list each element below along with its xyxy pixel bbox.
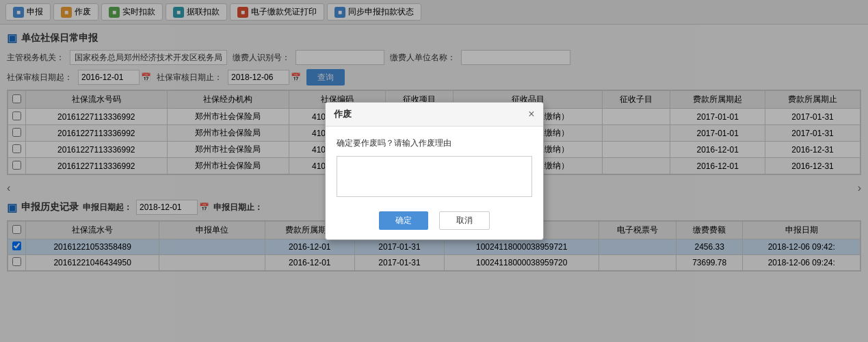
- modal-header: 作废 ×: [326, 103, 543, 127]
- modal-close-button[interactable]: ×: [528, 109, 534, 120]
- modal-body: 确定要作废吗？请输入作废理由: [326, 127, 543, 205]
- modal-overlay[interactable]: 作废 × 确定要作废吗？请输入作废理由 确定 取消: [0, 0, 868, 342]
- modal-confirm-button[interactable]: 确定: [379, 211, 428, 230]
- void-modal: 作废 × 确定要作废吗？请输入作废理由 确定 取消: [325, 102, 544, 240]
- modal-message: 确定要作废吗？请输入作废理由: [337, 137, 532, 149]
- modal-footer: 确定 取消: [326, 205, 543, 239]
- modal-reason-input[interactable]: [337, 156, 532, 197]
- modal-cancel-button[interactable]: 取消: [439, 211, 490, 230]
- modal-title: 作废: [334, 108, 352, 120]
